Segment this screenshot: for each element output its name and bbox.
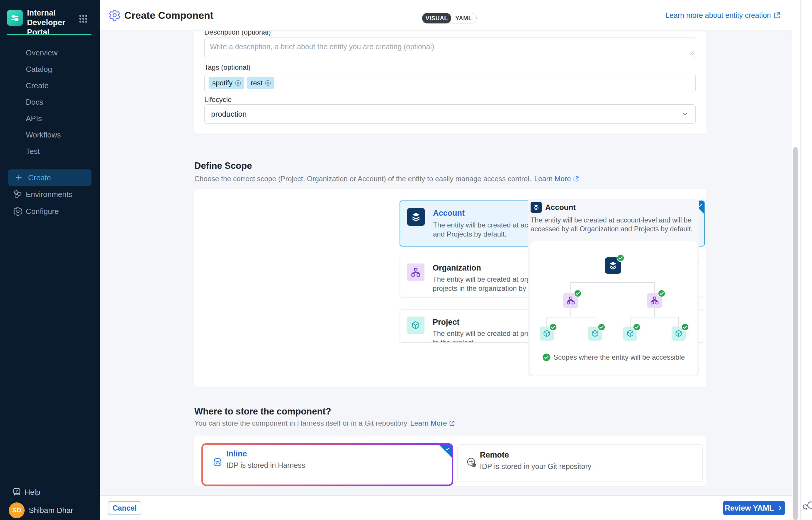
store-option-description: IDP is stored in your Git repository bbox=[480, 462, 591, 471]
detail-title: Account bbox=[545, 203, 576, 212]
store-option-remote[interactable]: Remote IDP is stored in your Git reposit… bbox=[457, 444, 703, 481]
store-option-title: Inline bbox=[226, 449, 247, 459]
define-scope-subtitle: Choose the correct scope (Project, Organ… bbox=[194, 175, 579, 183]
check-badge-icon bbox=[574, 289, 582, 297]
scope-diagram: Scopes where the entity will be accessib… bbox=[530, 241, 697, 375]
check-badge-icon bbox=[633, 323, 641, 331]
sidebar-item-docs[interactable]: Docs bbox=[0, 94, 100, 110]
sidebar: Internal Developer Portal Overview Catal… bbox=[0, 0, 100, 520]
review-yaml-button[interactable]: Review YAML bbox=[723, 501, 785, 515]
hexagons-icon bbox=[13, 189, 23, 199]
check-badge-icon bbox=[657, 289, 666, 297]
check-badge-icon bbox=[542, 353, 551, 361]
check-badge-icon bbox=[597, 323, 606, 331]
app-grid-icon[interactable] bbox=[78, 14, 88, 24]
tag-chip: rest bbox=[247, 77, 274, 89]
chevron-right-icon bbox=[777, 505, 783, 511]
cube-icon bbox=[407, 317, 424, 334]
tag-chip: spotify bbox=[209, 77, 244, 89]
svg-text:</>: </> bbox=[215, 461, 220, 465]
sidebar-configure-label: Configure bbox=[26, 207, 59, 216]
scope-option-title: Project bbox=[433, 318, 460, 327]
store-option-inline[interactable]: </> Inline IDP is stored in Harness bbox=[201, 443, 453, 486]
resize-grip-icon[interactable] bbox=[689, 50, 695, 56]
inline-database-icon: </> bbox=[212, 457, 224, 469]
visual-yaml-toggle: VISUAL YAML bbox=[422, 13, 477, 23]
store-selector-card: </> Inline IDP is stored in Harness Remo… bbox=[194, 436, 706, 486]
scope-detail-panel: Account The entity will be created at ac… bbox=[528, 199, 699, 376]
sidebar-help[interactable]: ? Help bbox=[0, 484, 100, 501]
scope-option-title: Account bbox=[433, 209, 465, 218]
sidebar-item-environments[interactable]: Environments bbox=[0, 186, 100, 203]
scope-learn-more-link[interactable]: Learn More bbox=[534, 175, 579, 183]
check-icon bbox=[445, 446, 450, 452]
check-badge-icon bbox=[681, 323, 689, 331]
tags-input[interactable]: spotify rest bbox=[204, 74, 696, 92]
sidebar-nav: Overview Catalog Create Docs APIs Workfl… bbox=[0, 45, 100, 159]
sidebar-help-label: Help bbox=[25, 488, 40, 497]
sidebar-user[interactable]: SD Shibam Dhar bbox=[0, 502, 100, 519]
sidebar-item-configure[interactable]: Configure bbox=[0, 203, 100, 220]
sidebar-item-workflows[interactable]: Workflows bbox=[0, 127, 100, 143]
chevron-down-icon bbox=[681, 110, 689, 118]
brand-title: Internal Developer Portal bbox=[27, 8, 80, 37]
external-link-icon bbox=[573, 176, 579, 182]
scrollbar-thumb[interactable] bbox=[793, 147, 797, 520]
diagram-caption: Scopes where the entity will be accessib… bbox=[530, 353, 697, 361]
lifecycle-label: Lifecycle bbox=[204, 96, 232, 104]
tags-label: Tags (optional) bbox=[204, 63, 250, 72]
right-rail bbox=[800, 0, 812, 520]
external-link-icon bbox=[773, 11, 781, 19]
sidebar-create-button[interactable]: Create bbox=[8, 170, 91, 186]
description-input[interactable] bbox=[204, 37, 696, 58]
store-option-description: IDP is stored in Harness bbox=[226, 461, 305, 470]
toggle-visual[interactable]: VISUAL bbox=[422, 13, 451, 23]
remove-tag-icon[interactable] bbox=[235, 80, 241, 86]
tag-chip-label: spotify bbox=[212, 79, 233, 87]
plus-icon bbox=[15, 174, 23, 182]
external-link-icon bbox=[449, 420, 455, 426]
sidebar-item-catalog[interactable]: Catalog bbox=[0, 61, 100, 77]
lifecycle-select[interactable]: production bbox=[204, 104, 696, 124]
user-name: Shibam Dhar bbox=[29, 506, 73, 515]
lifecycle-value: production bbox=[211, 110, 246, 119]
sidebar-item-test[interactable]: Test bbox=[0, 143, 100, 159]
chat-bubbles-icon[interactable] bbox=[802, 499, 812, 513]
avatar: SD bbox=[9, 502, 25, 518]
remove-tag-icon[interactable] bbox=[265, 80, 271, 86]
sidebar-section-divider bbox=[7, 163, 93, 163]
sidebar-item-create[interactable]: Create bbox=[0, 77, 100, 94]
gear-icon bbox=[13, 206, 23, 216]
page-header: Create Component VISUAL YAML Learn more … bbox=[100, 0, 800, 31]
cancel-button[interactable]: Cancel bbox=[108, 501, 141, 515]
tag-chip-label: rest bbox=[251, 79, 262, 87]
store-subtitle: You can store the component in Harness i… bbox=[194, 419, 455, 427]
sidebar-item-overview[interactable]: Overview bbox=[0, 45, 100, 61]
page-title: Create Component bbox=[124, 0, 213, 30]
brand-logo-icon bbox=[7, 10, 23, 26]
learn-more-entity-link[interactable]: Learn more about entity creation bbox=[665, 0, 781, 30]
action-bar: Cancel Review YAML bbox=[100, 495, 800, 520]
define-scope-subtitle-text: Choose the correct scope (Project, Organ… bbox=[194, 175, 531, 183]
store-learn-more-link[interactable]: Learn More bbox=[410, 419, 455, 427]
scope-option-title: Organization bbox=[433, 263, 481, 272]
sidebar-environments-label: Environments bbox=[26, 190, 72, 199]
check-badge-icon bbox=[549, 323, 557, 331]
toggle-yaml[interactable]: YAML bbox=[451, 13, 476, 23]
sidebar-item-apis[interactable]: APIs bbox=[0, 110, 100, 127]
svg-text:?: ? bbox=[16, 489, 18, 493]
account-layers-icon bbox=[530, 202, 542, 213]
store-subtitle-text: You can store the component in Harness i… bbox=[194, 419, 407, 427]
store-option-title: Remote bbox=[480, 450, 509, 460]
detail-description: The entity will be created at account-le… bbox=[530, 216, 694, 233]
define-scope-title: Define Scope bbox=[194, 161, 252, 171]
scope-selector-card: Account The entity will be created at ac… bbox=[194, 189, 706, 387]
remote-git-icon bbox=[465, 457, 477, 469]
help-chat-icon: ? bbox=[12, 487, 22, 497]
component-gear-icon bbox=[108, 9, 121, 21]
app-root: Internal Developer Portal Overview Catal… bbox=[0, 0, 812, 520]
nav-divider bbox=[26, 44, 93, 44]
scrollbar-track[interactable] bbox=[792, 0, 800, 520]
account-layers-icon bbox=[407, 208, 425, 226]
check-badge-icon bbox=[617, 254, 625, 262]
